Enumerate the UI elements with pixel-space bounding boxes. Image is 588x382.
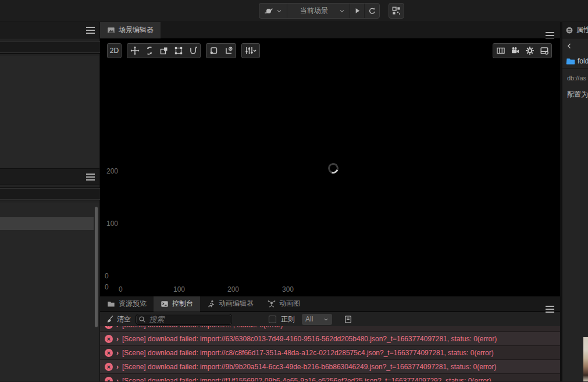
pivot-tool-group — [206, 43, 236, 58]
center-area: 场景编辑器 2D — [100, 22, 560, 381]
menu-icon[interactable] — [546, 35, 554, 36]
console-error-row[interactable]: × › [Scene] download failed: import://..… — [100, 326, 560, 332]
expand-chevron-icon[interactable]: › — [116, 377, 119, 381]
tab-scene-editor[interactable]: 场景编辑器 — [100, 22, 161, 38]
inspector-header: 属性 — [562, 22, 588, 38]
play-button[interactable] — [350, 3, 365, 18]
ruler-y-0: 0 — [105, 272, 109, 280]
move-tool-icon[interactable] — [127, 44, 142, 58]
assets-tree[interactable] — [0, 203, 99, 381]
scene-toolbar: 2D — [107, 43, 260, 58]
terminal-icon — [161, 300, 169, 308]
panel-export-icon[interactable] — [537, 44, 551, 58]
folder-blue-icon — [566, 56, 575, 66]
selected-asset-row[interactable] — [0, 217, 94, 230]
graph-icon — [268, 300, 276, 308]
tab-label: 动画编辑器 — [219, 299, 254, 309]
console-search — [136, 314, 232, 325]
ruler-y-200: 200 — [106, 167, 118, 175]
local-coords-icon[interactable] — [221, 44, 236, 58]
platform-select[interactable] — [259, 3, 287, 18]
tab-label: 场景编辑器 — [119, 25, 154, 35]
gizmo-options-group — [241, 43, 260, 58]
grid-view-icon[interactable] — [493, 44, 508, 58]
scale-tool-icon[interactable] — [156, 44, 171, 58]
error-icon: × — [105, 377, 113, 381]
inspector-tab-label: 属性 — [576, 25, 588, 35]
scene-viewport[interactable]: 2D — [100, 38, 560, 296]
hierarchy-search-input[interactable] — [0, 41, 109, 54]
qr-code-icon — [392, 6, 401, 15]
asset-path: db://as — [562, 69, 588, 82]
expand-chevron-icon[interactable]: › — [116, 349, 119, 357]
console-clear-button[interactable]: 清空 — [106, 314, 131, 324]
ruler-x-0: 0 — [119, 285, 123, 293]
assets-search-input[interactable] — [0, 188, 109, 200]
scene-selector[interactable]: 当前场景 — [287, 3, 350, 18]
gear-icon[interactable] — [522, 44, 537, 58]
menu-icon[interactable] — [86, 30, 95, 31]
rect-tool-icon[interactable] — [171, 44, 186, 58]
console-error-row[interactable]: × › [Scene] download failed: import://63… — [100, 332, 560, 346]
expand-chevron-icon[interactable]: › — [116, 335, 119, 343]
scene-tabbar: 场景编辑器 — [100, 22, 560, 38]
tab-console[interactable]: 控制台 — [154, 296, 200, 312]
console-error-row[interactable]: × › [Scene] download failed: import://f1… — [100, 374, 560, 381]
error-message: [Scene] download failed: import://9b/9b2… — [122, 363, 496, 371]
hierarchy-search-row — [0, 38, 99, 56]
chevron-down-icon — [323, 317, 329, 322]
tab-animation-graph[interactable]: 动画图 — [261, 296, 307, 312]
planet-icon — [264, 6, 273, 16]
log-file-icon[interactable] — [344, 315, 352, 324]
tab-animation-editor[interactable]: 动画编辑器 — [200, 296, 261, 312]
error-icon: × — [105, 335, 113, 343]
expand-chevron-icon[interactable]: › — [116, 326, 119, 329]
console-error-row[interactable]: × › [Scene] download failed: import://9b… — [100, 360, 560, 374]
ruler-x-300: 300 — [282, 285, 294, 293]
regex-checkbox[interactable] — [269, 316, 276, 323]
inspector-icon — [565, 26, 573, 34]
config-label: 配置为 — [562, 82, 588, 100]
console-clear-label: 清空 — [117, 314, 131, 324]
toggle-2d-button[interactable]: 2D — [107, 43, 122, 58]
tab-label: 控制台 — [172, 299, 193, 309]
ruler-y-100: 100 — [106, 220, 118, 228]
error-message: [Scene] download failed: import://... , … — [122, 326, 283, 329]
inspector-back-button[interactable] — [562, 38, 588, 54]
gizmo-u-tool-icon[interactable] — [186, 44, 200, 58]
error-icon: × — [105, 349, 113, 357]
asset-name: folder — [578, 57, 588, 65]
tab-label: 动画图 — [279, 299, 300, 309]
broom-icon — [106, 315, 114, 323]
tab-asset-preview[interactable]: 资源预览 — [100, 296, 154, 312]
reload-button[interactable] — [365, 3, 379, 18]
camera-icon[interactable] — [508, 44, 522, 58]
selected-asset-header[interactable]: folder — [562, 54, 588, 69]
assets-scrollbar[interactable] — [95, 207, 98, 327]
top-toolbar: 当前场景 — [0, 0, 588, 22]
console-filter-select[interactable]: All — [302, 314, 332, 325]
inspector-panel: 属性 folder db://as 配置为 — [560, 22, 588, 381]
menu-icon[interactable] — [546, 309, 554, 310]
rotate-tool-icon[interactable] — [142, 44, 156, 58]
console-toolbar: 清空 正则 All — [100, 312, 560, 326]
regex-label: 正则 — [281, 314, 295, 324]
sliders-dropdown-icon[interactable] — [242, 44, 259, 58]
search-icon — [138, 316, 146, 323]
left-panels — [0, 22, 100, 381]
assets-search-row — [0, 185, 99, 203]
pivot-corner-icon[interactable] — [206, 44, 221, 58]
run-controls-group: 当前场景 — [259, 3, 380, 19]
error-icon: × — [105, 326, 113, 329]
menu-icon[interactable] — [86, 176, 95, 178]
error-icon: × — [105, 363, 113, 371]
console-log-list[interactable]: × › [Scene] download failed: import://..… — [100, 326, 560, 381]
scene-node-gizmo[interactable] — [326, 161, 340, 175]
console-error-row[interactable]: × › [Scene] download failed: import://c8… — [100, 346, 560, 360]
expand-chevron-icon[interactable]: › — [116, 363, 119, 371]
hierarchy-tree[interactable] — [0, 56, 99, 169]
ruler-x-100: 100 — [173, 285, 185, 293]
console-search-input[interactable] — [136, 314, 232, 325]
runner-icon — [207, 300, 215, 308]
device-preview-button[interactable] — [389, 3, 404, 19]
